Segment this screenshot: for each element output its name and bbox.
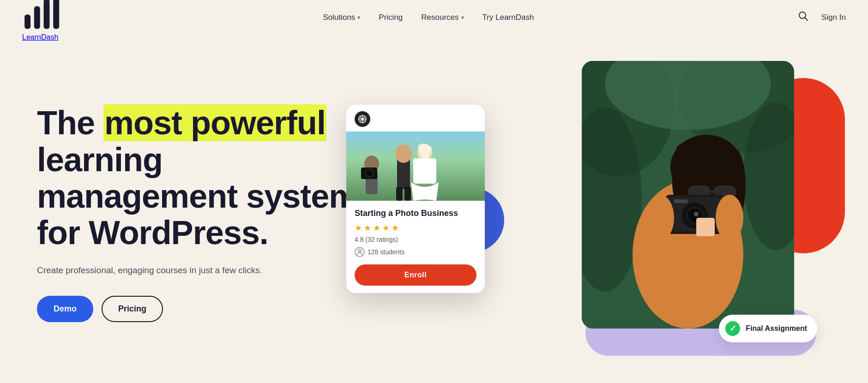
- card-thumbnail: [346, 132, 485, 201]
- card-header: [346, 105, 485, 132]
- svg-rect-1: [34, 6, 40, 29]
- hero-title-before: The: [37, 104, 103, 141]
- star-3: ★: [373, 223, 380, 233]
- svg-rect-39: [396, 187, 403, 201]
- signin-link[interactable]: Sign In: [821, 13, 846, 22]
- signin-label: Sign In: [821, 13, 846, 22]
- pricing-button[interactable]: Pricing: [102, 296, 163, 322]
- hero-buttons: Demo Pricing: [37, 296, 360, 322]
- rating-text: 4.8 (32 ratings): [355, 236, 398, 243]
- try-learndash-label: Try LearnDash: [482, 13, 534, 22]
- star-1: ★: [355, 223, 362, 233]
- resources-chevron-icon: ▾: [461, 14, 464, 21]
- course-card: Starting a Photo Business ★ ★ ★ ★ ★ 4.8 …: [346, 105, 485, 293]
- nav-resources[interactable]: Resources ▾: [421, 13, 464, 22]
- enroll-button[interactable]: Enroll: [355, 264, 476, 286]
- star-4: ★: [382, 223, 390, 233]
- card-logo-icon: [355, 111, 370, 127]
- person-icon: [356, 249, 363, 255]
- hero-title-after: learning management system for WordPress…: [37, 141, 358, 251]
- svg-point-38: [395, 144, 412, 163]
- svg-point-27: [646, 195, 674, 241]
- nav-links: Solutions ▾ Pricing Resources ▾ Try Lear…: [323, 13, 534, 22]
- hero-title-highlight: most powerful: [103, 104, 326, 141]
- logo-text: LearnDash: [22, 33, 58, 41]
- final-assignment-label: Final Assignment: [746, 324, 807, 333]
- nav-try-learndash[interactable]: Try LearnDash: [482, 13, 534, 22]
- navbar: LearnDash Solutions ▾ Pricing Resources …: [0, 0, 868, 35]
- svg-point-28: [716, 195, 743, 241]
- hero-title: The most powerful learning management sy…: [37, 105, 360, 251]
- star-5: ★: [392, 223, 399, 233]
- hero-right: Starting a Photo Business ★ ★ ★ ★ ★ 4.8 …: [360, 44, 840, 383]
- card-title: Starting a Photo Business: [355, 208, 476, 219]
- hero-left: The most powerful learning management sy…: [37, 105, 360, 322]
- star-2: ★: [364, 223, 371, 233]
- check-icon: ✓: [725, 321, 740, 336]
- search-button[interactable]: [796, 9, 810, 25]
- search-icon: [798, 11, 808, 21]
- students-icon: [355, 247, 365, 257]
- svg-rect-29: [696, 218, 715, 236]
- svg-point-25: [694, 212, 699, 216]
- pricing-label: Pricing: [379, 13, 403, 22]
- resources-label: Resources: [421, 13, 458, 22]
- nav-solutions[interactable]: Solutions ▾: [323, 13, 360, 22]
- svg-rect-2: [44, 0, 50, 29]
- card-stars: ★ ★ ★ ★ ★: [355, 223, 476, 233]
- svg-line-5: [805, 18, 808, 21]
- svg-rect-40: [404, 187, 411, 201]
- svg-point-48: [358, 249, 361, 252]
- card-rating: 4.8 (32 ratings): [355, 236, 476, 243]
- card-body: Starting a Photo Business ★ ★ ★ ★ ★ 4.8 …: [346, 201, 485, 293]
- solutions-label: Solutions: [323, 13, 355, 22]
- svg-rect-0: [24, 15, 30, 29]
- solutions-chevron-icon: ▾: [357, 14, 360, 21]
- students-text: 128 students: [368, 248, 404, 256]
- photo-inner: [582, 61, 794, 329]
- hero-subtitle: Create professional, engaging courses in…: [37, 264, 360, 277]
- svg-rect-42: [413, 158, 436, 184]
- final-assignment-badge: ✓ Final Assignment: [719, 315, 817, 342]
- card-image-illustration: [346, 132, 485, 201]
- hero-section: The most powerful learning management sy…: [0, 35, 868, 383]
- nav-logo[interactable]: LearnDash: [22, 0, 60, 42]
- photographer-illustration: [582, 61, 794, 329]
- card-students: 128 students: [355, 247, 476, 257]
- aperture-icon: [358, 114, 367, 124]
- photo-background: [582, 61, 794, 329]
- nav-pricing[interactable]: Pricing: [379, 13, 403, 22]
- svg-rect-3: [53, 0, 59, 29]
- demo-button[interactable]: Demo: [37, 296, 93, 322]
- svg-rect-26: [674, 199, 688, 203]
- logo-icon: [22, 0, 60, 31]
- nav-right: Sign In: [796, 9, 846, 25]
- svg-point-47: [366, 170, 373, 176]
